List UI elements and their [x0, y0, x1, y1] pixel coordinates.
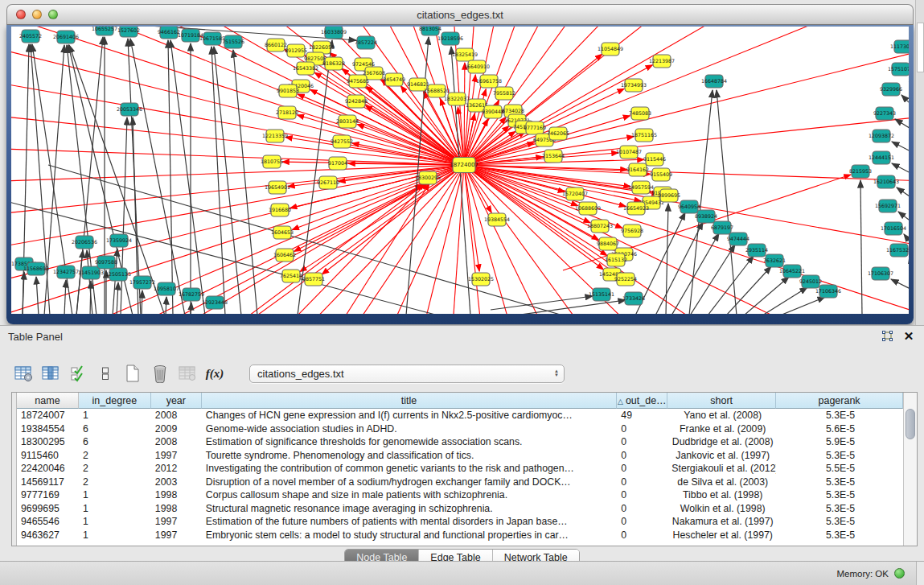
table-cell: 2008 — [151, 436, 202, 447]
table-cell: Investigating the contribution of common… — [202, 463, 618, 474]
svg-text:9329966: 9329966 — [880, 86, 902, 92]
svg-text:20691406: 20691406 — [53, 34, 79, 39]
table-row[interactable]: 969969511998Structural magnetic resonanc… — [17, 502, 903, 516]
svg-text:20053346: 20053346 — [117, 106, 142, 112]
table-cell: 5.9E-5 — [776, 436, 903, 447]
svg-text:917004: 917004 — [328, 160, 347, 166]
svg-text:14957594: 14957594 — [628, 184, 654, 190]
row-stack-icon[interactable] — [95, 363, 116, 384]
svg-text:19384554: 19384554 — [484, 216, 510, 222]
table-cell: 9463627 — [17, 529, 79, 541]
table-cell: 5.3E-5 — [776, 489, 903, 501]
table-cell: 1998 — [151, 503, 202, 514]
svg-text:2935114: 2935114 — [745, 247, 768, 253]
column-header-out-de-[interactable]: △out_de… — [617, 393, 667, 409]
table-select-dropdown[interactable]: citations_edges.txt ▲▼ — [249, 365, 565, 383]
svg-text:7485083: 7485083 — [629, 110, 651, 116]
table-cell: 22420046 — [17, 463, 79, 474]
svg-text:9777169: 9777169 — [524, 125, 546, 130]
table-cell: Tourette syndrome. Phenomenology and cla… — [202, 450, 618, 461]
table-panel-title: Table Panel — [8, 331, 63, 343]
svg-text:12923448: 12923448 — [202, 299, 228, 305]
svg-text:9857751: 9857751 — [302, 276, 325, 282]
column-header-pagerank[interactable]: pagerank — [776, 393, 903, 409]
svg-text:17957272: 17957272 — [129, 279, 155, 285]
table-settings-icon[interactable] — [13, 363, 34, 384]
table-cell: 0 — [617, 489, 667, 501]
svg-text:9227343: 9227343 — [873, 110, 896, 116]
table-header-row: namein_degreeyeartitle△out_de…shortpager… — [17, 393, 903, 409]
sort-asc-icon: △ — [618, 398, 623, 406]
svg-text:9164162: 9164162 — [626, 167, 649, 172]
table-toolbar: f(x)citations_edges.txt ▲▼ — [13, 360, 565, 387]
close-panel-icon[interactable]: ✕ — [901, 330, 916, 343]
table-cell: 9465546 — [17, 516, 79, 527]
table-row[interactable]: 946362711997Embryonic stem cells: a mode… — [17, 529, 903, 542]
delete-table-icon[interactable] — [150, 363, 170, 384]
network-canvas[interactable]: 2405572206914061065525715276029466162107… — [11, 27, 909, 314]
svg-text:15688520: 15688520 — [424, 88, 450, 93]
table-row[interactable]: 946554611997Estimation of the future num… — [17, 515, 903, 529]
svg-text:2367608: 2367608 — [363, 70, 385, 76]
scrollbar-thumb[interactable] — [906, 409, 915, 439]
window-titlebar[interactable]: citations_edges.txt — [6, 4, 914, 25]
select-mode-icon[interactable] — [68, 363, 88, 384]
svg-text:9115446: 9115446 — [643, 156, 666, 162]
memory-status-indicator — [894, 568, 905, 579]
svg-text:2803144: 2803144 — [336, 118, 359, 124]
table-cell: 1 — [79, 410, 151, 421]
column-header-short[interactable]: short — [667, 393, 776, 409]
table-cell: 5.3E-5 — [776, 529, 903, 541]
table-cell: 1997 — [151, 529, 202, 541]
table-cell: 5.3E-5 — [776, 450, 903, 461]
table-row[interactable]: 1830029562008Estimation of significance … — [17, 435, 903, 449]
column-header-year[interactable]: year — [151, 393, 202, 409]
table-row[interactable]: 2242004622012Investigating the contribut… — [17, 462, 903, 476]
import-table-disabled-icon[interactable] — [177, 363, 198, 384]
svg-text:2405572: 2405572 — [19, 33, 42, 39]
table-row[interactable]: 911546021997Tourette syndrome. Phenomeno… — [17, 449, 903, 463]
table-row[interactable]: 1872400712008Changes of HCN gene express… — [17, 409, 903, 422]
table-cell: 2003 — [151, 476, 202, 488]
table-vertical-scrollbar[interactable] — [903, 393, 917, 546]
svg-text:7625414: 7625414 — [280, 273, 302, 278]
svg-text:9901853: 9901853 — [277, 88, 299, 93]
svg-text:1527602: 1527602 — [117, 27, 140, 33]
status-bar: Memory: OK — [0, 561, 924, 585]
svg-text:17106346: 17106346 — [815, 288, 841, 294]
svg-text:18325419: 18325419 — [452, 51, 478, 57]
function-builder-icon[interactable]: f(x) — [204, 363, 225, 384]
table-row[interactable]: 1456911722003Disruption of a novel membe… — [17, 476, 903, 489]
new-table-icon[interactable] — [122, 363, 143, 384]
svg-text:16543382: 16543382 — [293, 65, 318, 71]
svg-text:9899695: 9899695 — [658, 192, 680, 198]
table-cell: Genome-wide association studies in ADHD. — [202, 423, 618, 435]
table-cell: 0 — [617, 436, 667, 447]
svg-text:8912955: 8912955 — [285, 47, 307, 53]
svg-text:8813054: 8813054 — [419, 27, 441, 31]
svg-text:12093872: 12093872 — [869, 133, 894, 138]
table-select-value: citations_edges.txt — [257, 368, 554, 380]
network-view-window: citations_edges.txt 24055722069140610655… — [6, 4, 914, 324]
svg-text:20206536: 20206536 — [72, 239, 97, 245]
table-row[interactable]: 977716911998Corpus callosum shape and si… — [17, 488, 903, 502]
svg-text:18300295: 18300295 — [415, 175, 441, 180]
table-row[interactable]: 1938455462009Genome-wide association stu… — [17, 422, 903, 436]
svg-text:16648784: 16648784 — [701, 78, 727, 84]
column-header-in-degree[interactable]: in_degree — [79, 393, 151, 409]
table-cell: 9777169 — [17, 489, 79, 501]
column-header-title[interactable]: title — [202, 393, 618, 409]
svg-text:11173059: 11173059 — [890, 43, 909, 49]
citation-network-graph[interactable]: 2405572206914061065525715276029466162107… — [11, 27, 909, 314]
column-header-name[interactable]: name — [17, 393, 79, 409]
column-visibility-icon[interactable] — [40, 363, 61, 384]
window-title: citations_edges.txt — [7, 9, 913, 21]
table-cell: de Silva et al. (2003) — [667, 476, 776, 488]
svg-text:1615132: 1615132 — [605, 257, 627, 262]
table-cell: 0 — [617, 516, 667, 527]
svg-text:9884067: 9884067 — [597, 241, 619, 246]
svg-text:12444151: 12444151 — [869, 154, 894, 160]
dropdown-stepper-icon: ▲▼ — [554, 369, 559, 377]
float-panel-icon[interactable] — [880, 330, 894, 343]
svg-text:2153644: 2153644 — [542, 153, 565, 159]
